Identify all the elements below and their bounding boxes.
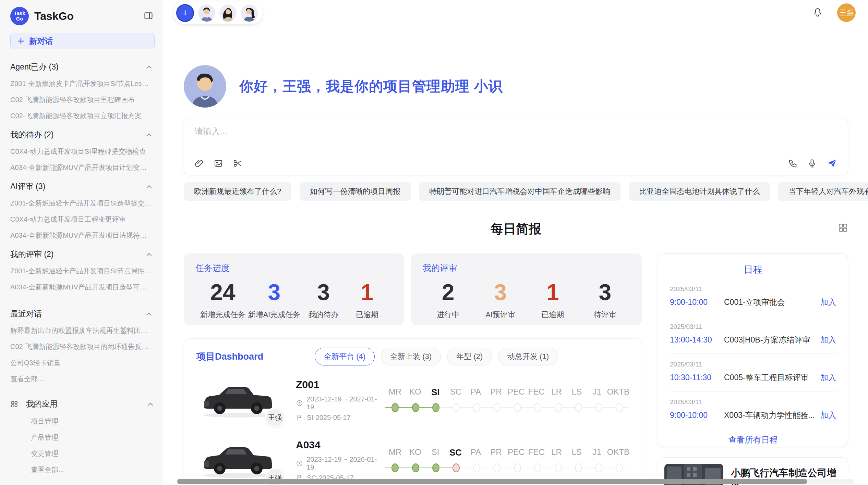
member-avatar[interactable] [241, 4, 258, 22]
sidebar-sections: Agent已办 (3)Z001-全新燃油皮卡产品开发项目SI节点Lesson L… [10, 58, 155, 295]
suggestion-chip[interactable]: 特朗普可能对进口汽车增税会对中国车企造成哪些影响 [419, 182, 620, 201]
milestone-stop [467, 402, 487, 413]
milestone-dot [534, 403, 541, 412]
dashboard-tab[interactable]: 动总开发 (1) [498, 348, 558, 365]
schedule-row: 9:00-10:00X003-车辆动力学性能验...加入 [670, 410, 836, 421]
sidebar-item[interactable]: C02-飞腾新能源轻客改款项目里程碑画布 [10, 92, 155, 108]
view-all-schedule-link[interactable]: 查看所有日程 [670, 434, 836, 445]
join-meeting-link[interactable]: 加入 [820, 372, 836, 383]
sidebar-item[interactable]: C0X4-动力总成开发项目工程变更评审 [10, 211, 155, 227]
recent-conversation-item[interactable]: 查看全部... [10, 371, 155, 387]
suggestion-chip[interactable]: 欧洲新规最近颁布了什么? [184, 182, 291, 201]
sidebar-item[interactable]: Z001-全新燃油皮卡产品开发项目SI节点Lesson Learn报告 [10, 76, 155, 92]
my-apps-header[interactable]: 我的应用 [10, 395, 155, 413]
panel-collapse-icon [144, 11, 153, 21]
suggestion-chip[interactable]: 如何写一份清晰的项目周报 [300, 182, 411, 201]
scrollbar-thumb[interactable] [177, 479, 807, 484]
join-meeting-link[interactable]: 加入 [820, 297, 836, 308]
new-chat-button[interactable]: 新对话 [10, 33, 155, 49]
voice-call-button[interactable] [788, 159, 798, 168]
app-item[interactable]: 产品管理 [10, 430, 155, 446]
metric-label: AI预评审 [480, 310, 521, 320]
milestone-dot [473, 403, 480, 412]
recent-conversation-item[interactable]: 解释最新出台的欧盟报废车法规再生塑料比例被调至15%... [10, 323, 155, 339]
sidebar-recent: 最近对话解释最新出台的欧盟报废车法规再生塑料比例被调至15%...C02-飞腾新… [10, 305, 155, 387]
metric: 24新增完成任务 [200, 280, 245, 320]
milestone-stop [568, 462, 589, 474]
horizontal-scrollbar[interactable] [177, 479, 854, 484]
suggestion-chip[interactable]: 比亚迪全固态电池计划具体说了什么 [629, 182, 770, 201]
app-title: TaskGo [34, 10, 142, 23]
chevron-up-icon [145, 131, 153, 139]
layout-toggle-button[interactable] [838, 223, 848, 234]
milestone-dot [412, 403, 419, 412]
app-item[interactable]: 项目管理 [10, 413, 155, 430]
project-car-image: 王强 [196, 439, 279, 482]
sidebar-section-header[interactable]: 我的评审 (2) [10, 246, 155, 263]
join-meeting-link[interactable]: 加入 [820, 335, 836, 345]
screenshot-button[interactable] [233, 159, 242, 168]
sidebar-item[interactable]: C0X4-动力总成开发项目SI里程碑提交物检查 [10, 144, 155, 160]
sidebar-item-cloud-space[interactable]: 我的云空间 [10, 480, 155, 485]
sidebar-item[interactable]: Z001-全新燃油轻卡产品开发项目SI节点属性5D文件评审 [10, 263, 155, 279]
project-info: Z0012023-12-19 ~ 2027-01-19SI-2025-05-17 [279, 379, 382, 422]
sidebar-apps: 我的应用项目管理产品管理变更管理查看全部... [10, 395, 155, 478]
sidebar-section-header[interactable]: AI评审 (3) [10, 178, 155, 195]
schedule-row: 9:00-10:00C001-立项审批会加入 [670, 297, 836, 308]
sidebar-item[interactable]: A034-全新新能源MUV产品开发项目计划变更表编写 [10, 160, 155, 176]
schedule-item: 2025/03/119:00-10:00X003-车辆动力学性能验...加入 [670, 391, 836, 429]
project-row[interactable]: 王强Z0012023-12-19 ~ 2027-01-19SI-2025-05-… [184, 374, 642, 426]
metric-value: 3 [480, 280, 521, 305]
collapse-sidebar-button[interactable] [142, 10, 155, 23]
suggestion-chip[interactable]: 当下年轻人对汽车外观有怎样的喜好趋势 [778, 182, 868, 201]
member-avatar[interactable] [198, 4, 215, 22]
join-meeting-link[interactable]: 加入 [820, 410, 836, 421]
notifications-button[interactable] [812, 7, 823, 18]
milestone-dot [555, 463, 562, 472]
sidebar-item[interactable]: Z001-全新燃油轻卡产品开发项目SI造型提交物评审 [10, 195, 155, 211]
milestone-stop [528, 462, 548, 474]
plus-icon [17, 37, 25, 45]
insert-image-button[interactable] [214, 159, 223, 168]
app-item[interactable]: 查看全部... [10, 462, 155, 478]
recent-conversation-item[interactable]: 公司Q3轻卡销量 [10, 355, 155, 371]
apps-grid-icon [10, 400, 19, 408]
milestone-label: FEC [526, 447, 546, 458]
app-item[interactable]: 变更管理 [10, 446, 155, 462]
milestone-stop [589, 462, 609, 474]
recent-section-header[interactable]: 最近对话 [10, 305, 155, 323]
topbar: + 王强 [163, 0, 868, 25]
sidebar-item[interactable]: C02-飞腾新能源轻客改款项目立项汇报方案 [10, 108, 155, 124]
dashboard-tab[interactable]: 年型 (2) [447, 348, 492, 365]
microphone-button[interactable] [807, 159, 817, 168]
dashboard-tab[interactable]: 全新平台 (4) [315, 348, 375, 365]
milestone-label: J1 [587, 447, 607, 458]
composer-card [184, 118, 848, 175]
user-avatar[interactable]: 王强 [837, 3, 856, 22]
sidebar-item[interactable]: A034-全新新能源MUV产品开发项目造型可行性评审 [10, 279, 155, 295]
milestone-dot [616, 403, 623, 412]
recent-conversations-section: 最近对话解释最新出台的欧盟报废车法规再生塑料比例被调至15%...C02-飞腾新… [10, 305, 155, 387]
schedule-row: 13:00-14:30C003|H0B-方案冻结评审加入 [670, 335, 836, 345]
sidebar-item[interactable]: A034-全新新能源MUV产品开发项目法规符合性评审 [10, 227, 155, 244]
schedule-time: 10:30-11:30 [670, 373, 724, 382]
sidebar-section-header[interactable]: 我的待办 (2) [10, 126, 155, 144]
chevron-up-icon [146, 400, 155, 408]
sidebar-section-title: 我的待办 (2) [10, 129, 54, 140]
schedule-date: 2025/03/11 [670, 323, 836, 331]
milestone-label: OKTB [607, 447, 629, 458]
send-button[interactable] [827, 158, 837, 169]
sidebar-header: Task Go TaskGo [10, 7, 155, 25]
project-row[interactable]: 王强A0342023-12-19 ~ 2026-01-19SC-2025-05-… [184, 435, 642, 485]
add-member-button[interactable]: + [176, 4, 194, 22]
member-avatar[interactable] [219, 4, 237, 22]
dashboard-tab[interactable]: 全新上装 (3) [381, 348, 441, 365]
milestone-label: PEC [506, 447, 526, 458]
sidebar: Task Go TaskGo 新对话 Agent已办 (3)Z001-全新燃油皮… [0, 0, 163, 485]
stat-card-title: 我的评审 [423, 262, 630, 274]
metric-label: 我的待办 [303, 310, 344, 320]
recent-conversation-item[interactable]: C02-飞腾新能源轻客改款项目的闭环通告反馈情况 [10, 339, 155, 355]
attach-file-button[interactable] [194, 159, 204, 168]
composer-input[interactable] [194, 126, 837, 136]
sidebar-section-header[interactable]: Agent已办 (3) [10, 58, 155, 76]
